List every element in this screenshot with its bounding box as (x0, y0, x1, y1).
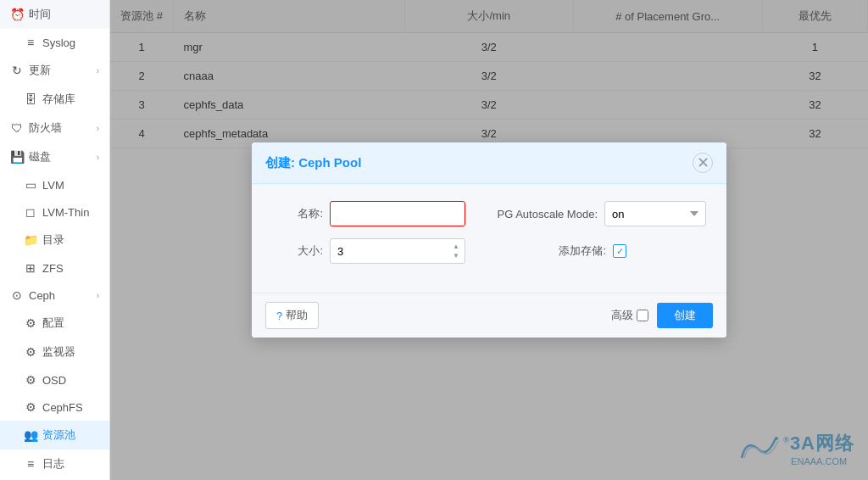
folder-icon: 📁 (24, 233, 37, 247)
sidebar-item-label: 监视器 (42, 344, 75, 360)
footer-right: 高级 创建 (611, 303, 713, 328)
size-spinners: ▲ ▼ (450, 243, 462, 260)
sidebar-item-zfs[interactable]: ⊞ ZFS (0, 254, 109, 282)
sidebar: ⏰ 时间 ≡ Syslog ↻ 更新 › 🗄 存储库 🛡 防火墙 › 💾 磁盘 … (0, 0, 110, 480)
list-icon: ≡ (24, 36, 37, 49)
shield-icon: 🛡 (10, 121, 24, 135)
pg-mode-select[interactable]: on off warn (604, 201, 706, 226)
sidebar-item-label: 磁盘 (29, 149, 51, 165)
sidebar-item-firewall[interactable]: 🛡 防火墙 › (0, 114, 109, 142)
sidebar-item-label: ZFS (42, 262, 64, 275)
sidebar-item-lvm-thin[interactable]: ◻ LVM-Thin (0, 198, 109, 226)
sidebar-item-lvm[interactable]: ▭ LVM (0, 171, 109, 198)
sidebar-item-label: LVM (42, 179, 64, 192)
form-row-size: 大小: ▲ ▼ 添加存储: ✓ (272, 238, 706, 264)
sidebar-item-label: 存储库 (42, 92, 75, 107)
sidebar-item-label: 更新 (29, 63, 51, 78)
chevron-right-icon: › (97, 291, 99, 300)
sidebar-item-storage[interactable]: 🗄 存储库 (0, 85, 109, 114)
name-input[interactable] (330, 201, 465, 226)
advanced-text: 高级 (611, 308, 633, 323)
sidebar-item-ceph-osd[interactable]: ⚙ OSD (0, 366, 109, 393)
storage-icon: 🗄 (24, 92, 37, 106)
pool-icon: 👥 (24, 428, 37, 442)
sidebar-item-pool[interactable]: 👥 资源池 (0, 421, 109, 449)
storage-checkbox[interactable]: ✓ (613, 244, 626, 258)
sidebar-item-update[interactable]: ↻ 更新 › (0, 56, 109, 85)
sidebar-item-ceph-monitor[interactable]: ⚙ 监视器 (0, 338, 109, 366)
sidebar-item-ceph[interactable]: ⊙ Ceph › (0, 282, 109, 309)
log-icon: ≡ (24, 457, 37, 471)
osd-icon: ⚙ (24, 373, 37, 387)
monitor-icon: ⚙ (24, 345, 37, 359)
sidebar-item-ceph-fs[interactable]: ⚙ CephFS (0, 393, 109, 421)
sidebar-item-label: Ceph (29, 289, 55, 302)
modal-close-button[interactable]: ✕ (693, 153, 713, 173)
modal-title: 创建: Ceph Pool (265, 155, 361, 171)
gear-icon: ⚙ (24, 316, 37, 330)
modal-footer: ? 帮助 高级 创建 (252, 293, 726, 338)
sidebar-item-label: Syslog (42, 36, 75, 49)
pg-label: PG Autoscale Mode: (487, 208, 598, 220)
clock-icon: ⏰ (10, 8, 24, 21)
help-button[interactable]: ? 帮助 (265, 302, 319, 329)
create-pool-modal: 创建: Ceph Pool ✕ 名称: PG Autoscale Mode: o… (252, 142, 726, 338)
sidebar-item-label: 日志 (42, 456, 64, 472)
lvm-thin-icon: ◻ (24, 205, 37, 219)
zfs-icon: ⊞ (24, 261, 37, 275)
disk-icon: 💾 (10, 150, 24, 164)
sidebar-item-label: OSD (42, 374, 66, 387)
sidebar-item-ceph-config[interactable]: ⚙ 配置 (0, 309, 109, 338)
modal-overlay: 创建: Ceph Pool ✕ 名称: PG Autoscale Mode: o… (110, 0, 868, 480)
modal-body: 名称: PG Autoscale Mode: on off warn (252, 184, 726, 293)
sidebar-item-label: 时间 (29, 7, 51, 22)
create-button[interactable]: 创建 (657, 303, 713, 328)
advanced-checkbox[interactable] (637, 310, 648, 321)
cephfs-icon: ⚙ (24, 400, 37, 414)
sidebar-item-label: LVM-Thin (42, 206, 89, 219)
form-row-name: 名称: PG Autoscale Mode: on off warn (272, 201, 706, 226)
sidebar-item-label: 资源池 (42, 427, 75, 443)
help-label: 帮助 (286, 308, 308, 323)
advanced-label: 高级 (611, 308, 648, 323)
modal-header: 创建: Ceph Pool ✕ (252, 142, 726, 184)
sidebar-item-disk[interactable]: 💾 磁盘 › (0, 142, 109, 171)
chevron-right-icon: › (97, 124, 99, 133)
lvm-icon: ▭ (24, 178, 37, 192)
sidebar-item-log[interactable]: ≡ 日志 (0, 449, 109, 478)
question-icon: ? (276, 310, 282, 322)
refresh-icon: ↻ (10, 64, 24, 77)
ceph-icon: ⊙ (10, 288, 24, 302)
size-input[interactable] (330, 238, 465, 264)
size-label: 大小: (272, 243, 323, 259)
sidebar-item-syslog[interactable]: ≡ Syslog (0, 29, 109, 56)
storage-label: 添加存储: (496, 243, 606, 259)
spinner-down[interactable]: ▼ (450, 252, 462, 260)
sidebar-item-label: CephFS (42, 401, 83, 414)
sidebar-item-directory[interactable]: 📁 目录 (0, 226, 109, 254)
main-content: 资源池 # 名称 大小/min # of Placement Gro... 最优… (110, 0, 868, 480)
chevron-right-icon: › (97, 153, 99, 162)
name-label: 名称: (272, 206, 323, 221)
sidebar-item-label: 目录 (42, 232, 64, 248)
sidebar-item-label: 配置 (42, 315, 64, 331)
sidebar-item-time[interactable]: ⏰ 时间 (0, 0, 109, 29)
spinner-up[interactable]: ▲ (450, 243, 462, 251)
chevron-right-icon: › (97, 66, 99, 75)
size-input-wrapper: ▲ ▼ (330, 238, 465, 264)
sidebar-item-label: 防火墙 (29, 120, 62, 136)
storage-checkbox-wrapper[interactable]: ✓ (613, 244, 626, 258)
